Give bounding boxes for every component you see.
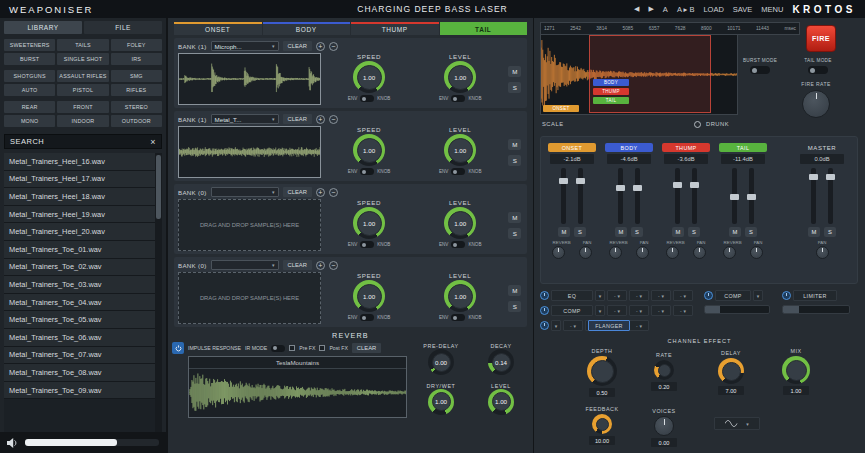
menu-button[interactable]: MENU [761, 5, 783, 14]
ab-compare-button[interactable]: A ▸ B [677, 5, 695, 14]
file-item[interactable]: Metal_Trainers_Toe_07.wav [4, 347, 162, 365]
load-button[interactable]: LOAD [703, 5, 723, 14]
channel-faders[interactable] [618, 168, 640, 224]
channel-label[interactable]: THUMP [662, 143, 710, 152]
clear-button[interactable]: CLEAR [283, 187, 312, 197]
file-item[interactable]: Metal_Trainers_Heel_17.wav [4, 171, 162, 189]
category-button[interactable]: SINGLE SHOT [57, 53, 108, 65]
depth-knob[interactable] [587, 356, 617, 386]
channel-faders[interactable] [675, 168, 697, 224]
category-button[interactable]: FOLEY [111, 39, 162, 51]
next-preset-icon[interactable]: ▶ [648, 5, 653, 13]
fx-channel-slot[interactable]: -▾ [607, 290, 627, 301]
speaker-icon[interactable] [7, 438, 18, 448]
ab-a-button[interactable]: A [663, 5, 668, 14]
category-button[interactable]: FRONT [57, 101, 108, 113]
env-knob-toggle[interactable] [451, 95, 465, 102]
prefx-checkbox[interactable] [289, 345, 295, 351]
sample-drop-zone[interactable]: DRAG AND DROP SAMPLE(S) HERE [178, 199, 321, 251]
reverb-send-knob[interactable] [552, 246, 565, 259]
rate-knob[interactable] [654, 360, 674, 380]
solo-button[interactable]: S [631, 227, 643, 237]
power-icon[interactable] [704, 291, 713, 300]
file-item[interactable]: Metal_Trainers_Toe_08.wav [4, 364, 162, 382]
chevron-down-icon[interactable]: ▾ [753, 290, 763, 301]
pan-knob[interactable] [636, 246, 649, 259]
postfx-checkbox[interactable] [319, 345, 325, 351]
file-item[interactable]: Metal_Trainers_Toe_06.wav [4, 329, 162, 347]
power-icon[interactable] [782, 291, 791, 300]
onset-region-label[interactable]: ONSET [543, 105, 579, 112]
predelay-knob[interactable]: 0.00 [428, 349, 454, 375]
reverb-send-knob[interactable] [609, 246, 622, 259]
category-button[interactable]: BURST [4, 53, 55, 65]
file-item[interactable]: Metal_Trainers_Toe_05.wav [4, 311, 162, 329]
file-item[interactable]: Metal_Trainers_Toe_01.wav [4, 241, 162, 259]
power-icon[interactable] [540, 291, 549, 300]
category-button[interactable]: IRS [111, 53, 162, 65]
chevron-down-icon[interactable]: ▾ [551, 320, 561, 331]
fx-channel-slot[interactable]: -▾ [673, 290, 693, 301]
tail-region-label[interactable]: TAIL [593, 97, 629, 104]
fx-comp[interactable]: COMP [551, 305, 593, 316]
sample-select[interactable]: ▾ [211, 187, 279, 197]
remove-sample-button[interactable]: − [329, 188, 338, 197]
speed-knob[interactable]: 1.00 [353, 207, 385, 239]
decay-knob[interactable]: 0.14 [488, 349, 514, 375]
remove-sample-button[interactable]: − [329, 261, 338, 270]
speed-knob[interactable]: 1.00 [353, 61, 385, 93]
file-item[interactable]: Metal_Trainers_Toe_09.wav [4, 382, 162, 400]
ir-mode-toggle[interactable] [271, 345, 285, 352]
pan-knob[interactable] [750, 246, 763, 259]
category-button[interactable]: OUTDOOR [111, 115, 162, 127]
tab-onset[interactable]: ONSET [174, 22, 262, 35]
sample-select[interactable]: Microph...▾ [211, 41, 279, 51]
category-button[interactable]: PISTOL [57, 84, 108, 96]
mute-button[interactable]: M [508, 66, 521, 77]
clear-button[interactable]: CLEAR [283, 260, 312, 270]
tab-body[interactable]: BODY [263, 22, 351, 35]
file-item[interactable]: Metal_Trainers_Heel_16.wav [4, 153, 162, 171]
remove-sample-button[interactable]: − [329, 42, 338, 51]
category-button[interactable]: STEREO [111, 101, 162, 113]
save-button[interactable]: SAVE [733, 5, 752, 14]
solo-button[interactable]: S [508, 82, 521, 93]
fx-limiter[interactable]: LIMITER [793, 290, 837, 301]
category-button[interactable]: MONO [4, 115, 55, 127]
env-knob-toggle[interactable] [360, 241, 374, 248]
feedback-knob[interactable] [592, 414, 612, 434]
fire-button[interactable]: FIRE [806, 25, 836, 52]
tail-mode-toggle[interactable] [808, 66, 828, 74]
solo-button[interactable]: S [508, 155, 521, 166]
reverb-send-knob[interactable] [723, 246, 736, 259]
pan-knob[interactable] [816, 246, 829, 259]
add-sample-button[interactable]: + [316, 115, 325, 124]
env-knob-toggle[interactable] [451, 168, 465, 175]
solo-button[interactable]: S [508, 301, 521, 312]
file-item[interactable]: Metal_Trainers_Heel_19.wav [4, 206, 162, 224]
channel-faders[interactable] [561, 168, 583, 224]
mix-knob[interactable] [782, 356, 810, 384]
fx-comp-master[interactable]: COMP [715, 290, 751, 301]
tab-library[interactable]: LIBRARY [4, 21, 82, 34]
channel-label[interactable]: TAIL [719, 143, 767, 152]
thump-region-label[interactable]: THUMP [593, 88, 629, 95]
fire-rate-knob[interactable] [802, 90, 830, 118]
category-button[interactable]: RIFLES [111, 84, 162, 96]
solo-button[interactable]: S [824, 227, 836, 237]
category-button[interactable]: INDOOR [57, 115, 108, 127]
output-waveform[interactable]: ONSET BODY THUMP TAIL [540, 35, 738, 115]
fx-channel-slot[interactable]: -▾ [629, 320, 649, 331]
burst-mode-toggle[interactable] [750, 66, 770, 74]
prev-preset-icon[interactable]: ◀ [634, 5, 639, 13]
level-knob[interactable]: 1.00 [444, 280, 476, 312]
speed-knob[interactable]: 1.00 [353, 134, 385, 166]
level-knob[interactable]: 1.00 [444, 61, 476, 93]
category-button[interactable]: SHOTGUNS [4, 70, 55, 82]
speed-knob[interactable]: 1.00 [353, 280, 385, 312]
mute-button[interactable]: M [508, 139, 521, 150]
channel-faders[interactable] [732, 168, 754, 224]
reverb-level-knob[interactable]: 1.00 [488, 389, 514, 415]
fx-channel-slot[interactable]: -▾ [673, 305, 693, 316]
file-item[interactable]: Metal_Trainers_Heel_18.wav [4, 188, 162, 206]
